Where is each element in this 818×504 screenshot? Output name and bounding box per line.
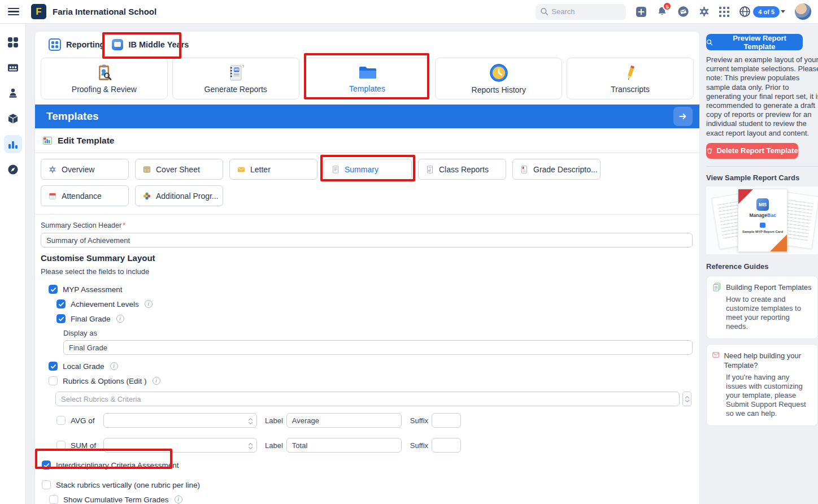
- topbar: F Faria International School: [0, 0, 818, 24]
- sidebar-item-dashboard[interactable]: [4, 33, 22, 51]
- required-asterisk: *: [123, 221, 125, 229]
- page: F Faria International School: [0, 0, 818, 504]
- tab-grade-descriptors[interactable]: Grade Descripto...: [512, 159, 601, 180]
- checkbox-myp-assessment[interactable]: [49, 285, 58, 294]
- checkbox-rubrics-options[interactable]: [49, 376, 58, 385]
- right-panel: Preview Report Template Preview an examp…: [706, 32, 818, 426]
- display-as-block: Display as: [63, 329, 693, 355]
- templates-section-bar: Templates: [35, 105, 699, 128]
- checkbox-cumulative-grades[interactable]: [49, 495, 58, 504]
- rubrics-select-spinner[interactable]: [682, 392, 691, 406]
- avg-label-input[interactable]: [286, 413, 402, 428]
- row-rubrics-options: Rubrics & Options (Edit ) i: [49, 376, 693, 385]
- program-tabs: Reporting IB Middle Years: [41, 37, 694, 58]
- info-icon[interactable]: i: [175, 496, 182, 503]
- sum-suffix-input[interactable]: [432, 438, 461, 453]
- collapse-panel-button[interactable]: [673, 107, 693, 126]
- tab-attendance[interactable]: Attendance: [41, 185, 129, 206]
- sidebar-item-reporting[interactable]: [4, 135, 22, 153]
- chevron-down-icon: [781, 10, 785, 13]
- row-achievement-levels: Achievement Levels i: [56, 299, 693, 309]
- compass-icon: [7, 164, 19, 175]
- sample-report-cards-image[interactable]: MB ManageBac Sample MYP Report Card: [706, 186, 818, 254]
- managebac-wordmark: ManageBac: [738, 212, 787, 218]
- templates-folder-icon: [358, 64, 377, 81]
- avg-suffix-caption: Suffix: [410, 416, 428, 425]
- info-icon[interactable]: i: [153, 377, 160, 385]
- display-as-input[interactable]: [63, 340, 693, 355]
- preview-report-template-button[interactable]: Preview Report Template: [706, 34, 803, 50]
- svg-text:?: ?: [242, 64, 245, 68]
- guide-body: If you're having any issues with customi…: [726, 373, 812, 418]
- tab-additional-programmes[interactable]: Additional Progr...: [135, 185, 223, 206]
- checkbox-avg-of[interactable]: [56, 416, 66, 425]
- edit-template-header: Edit Template: [35, 128, 699, 153]
- quick-add-button[interactable]: [636, 6, 647, 18]
- tab-class-reports[interactable]: Class Reports: [418, 159, 506, 180]
- red-envelope-icon: [712, 351, 719, 359]
- generate-reports-icon: MB ?: [227, 64, 244, 82]
- tab-cover-sheet[interactable]: Cover Sheet: [135, 159, 223, 180]
- checkbox-sum-of[interactable]: [56, 441, 66, 450]
- card-proofing-review[interactable]: Proofing & Review: [41, 58, 168, 99]
- plan-selector[interactable]: 4 of 5: [739, 6, 785, 18]
- faria-logo[interactable]: F: [31, 4, 46, 19]
- reference-guides-heading: Reference Guides: [706, 262, 818, 271]
- transcripts-pencil-icon: [622, 64, 639, 82]
- checkbox-final-grade[interactable]: [56, 314, 66, 323]
- sum-label-input[interactable]: [286, 438, 402, 453]
- hamburger-menu-icon[interactable]: [8, 8, 19, 16]
- checkbox-local-grade[interactable]: [49, 362, 58, 371]
- sidebar-item-explore[interactable]: [4, 160, 22, 179]
- sample-report-cards-heading: View Sample Report Cards: [706, 173, 818, 182]
- checkbox-stack-rubrics[interactable]: [42, 480, 51, 489]
- proofing-review-icon: [95, 64, 113, 82]
- plan-badge: 4 of 5: [753, 6, 780, 18]
- rubrics-criteria-select[interactable]: [55, 392, 680, 406]
- guide-link-need-help[interactable]: Need help building your Template?: [724, 351, 812, 370]
- checkbox-achievement-levels[interactable]: [56, 299, 66, 309]
- user-avatar[interactable]: [795, 3, 811, 20]
- guide-body: How to create and customize templates to…: [726, 295, 812, 331]
- summary-section-header-input[interactable]: [41, 233, 693, 247]
- guide-card-need-help: Need help building your Template? If you…: [706, 344, 818, 426]
- class-group-icon: [7, 62, 19, 73]
- search-box: [536, 4, 626, 20]
- settings-button[interactable]: [699, 6, 710, 17]
- reporting-header-card: Reporting IB Middle Years: [35, 32, 699, 105]
- fields-instruction: Please select the fields to include: [41, 267, 693, 276]
- tab-summary[interactable]: Summary: [324, 159, 412, 180]
- sum-source-select[interactable]: [103, 438, 257, 453]
- info-icon[interactable]: i: [145, 300, 153, 308]
- search-input[interactable]: [536, 4, 626, 20]
- notifications-button[interactable]: 5: [656, 6, 668, 18]
- apps-launcher-button[interactable]: [719, 7, 729, 17]
- tab-ib-middle-years[interactable]: IB Middle Years: [112, 39, 189, 50]
- guide-link-building-templates[interactable]: Building Report Templates: [726, 283, 812, 292]
- delete-report-template-button[interactable]: Delete Report Template: [706, 143, 798, 159]
- avg-source-select[interactable]: [103, 413, 257, 428]
- tab-reporting[interactable]: Reporting: [49, 38, 105, 51]
- info-icon[interactable]: i: [110, 362, 118, 370]
- sidebar-item-teachers[interactable]: [4, 84, 22, 102]
- card-reports-history[interactable]: Reports History: [435, 58, 562, 99]
- green-doc-icon: [712, 283, 721, 292]
- overview-gear-icon: [49, 166, 56, 173]
- sidebar-item-curriculum[interactable]: [4, 110, 22, 128]
- card-generate-reports[interactable]: MB ? Generate Reports: [172, 58, 299, 99]
- messages-button[interactable]: [677, 6, 689, 18]
- checkbox-interdisciplinary[interactable]: [42, 460, 51, 470]
- preview-note: Preview an example layout of your curren…: [706, 55, 818, 138]
- avg-suffix-input[interactable]: [432, 413, 461, 428]
- info-icon[interactable]: i: [116, 315, 124, 323]
- row-local-grade: Local Grade i: [49, 362, 693, 371]
- card-transcripts[interactable]: Transcripts: [567, 58, 694, 99]
- sidebar-item-yearbook[interactable]: [4, 59, 22, 77]
- trash-icon: [706, 147, 713, 154]
- tab-letter[interactable]: Letter: [229, 159, 317, 180]
- school-name: Faria International School: [53, 7, 156, 16]
- sum-suffix-caption: Suffix: [410, 441, 428, 450]
- card-templates[interactable]: Templates: [304, 58, 431, 99]
- grade-descriptors-icon: [520, 166, 528, 173]
- tab-overview[interactable]: Overview: [41, 159, 129, 180]
